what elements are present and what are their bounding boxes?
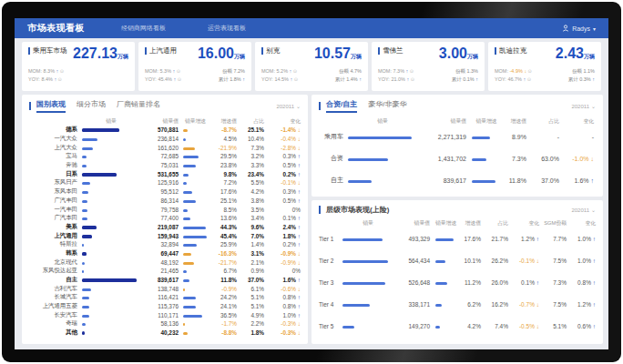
table-row: 东风悦达起亚21,4656.7%0.9%0% (29, 267, 301, 276)
col-share: 占比 (481, 219, 508, 228)
table-row: Tier 1493,32917.6%21.7%1.2% ↑7.7%1.0% ↑ (319, 228, 596, 249)
accent-bar (319, 102, 321, 110)
info-icon: ⊙ (176, 76, 181, 82)
info-icon: ⊙ (175, 68, 180, 74)
up-arrow-icon: ↑ (296, 241, 301, 248)
table-row: 其他40,232-8.8%1.8%-0.3% ↓ (29, 329, 301, 338)
down-arrow-icon: ↓ (296, 320, 301, 327)
kpi-card: 别克10.57万辆MOM: 5.2% ↑ ⊙YOY: 14.5% ↑ ⊙份额 4… (255, 42, 368, 91)
down-arrow-icon: ↓ (296, 145, 301, 151)
down-arrow-icon: ↓ (296, 126, 301, 133)
info-icon: ⊙ (56, 76, 62, 82)
date-selector[interactable]: 202011 ⌄ (571, 103, 596, 109)
info-icon: ⊙ (58, 68, 64, 74)
up-arrow-icon: ↑ (358, 76, 362, 82)
joint-table-body: 乘用车2,271,3198.9%--合资1,431,7027.3%63.0%-1… (319, 126, 596, 191)
tab-country-performance[interactable]: 国别表现 (36, 99, 66, 113)
table-row: 奔驰75,03123.8%3.3%0.5% ↑ (29, 161, 301, 170)
chevron-down-icon: ▾ (593, 25, 596, 32)
tier-market-panel: 层级市场表现(上险) 202011 ⌄ 销量 销量值 销量增速 增速值 占比 变… (312, 200, 603, 344)
col-change: 变化 (508, 219, 539, 228)
table-row: 长城汽车116,42124.2%5.1%0.8% ↑ (29, 293, 301, 302)
country-table-body: 德系570,881-8.7%25.1%-1.4% ↓一汽大众236,8144.5… (29, 126, 301, 338)
table-row: 东风本田95,51217.6%4.2%0.3% ↑ (29, 187, 301, 197)
table-row: 广汽本田77,40013.6%3.4%0.1% ↑ (29, 214, 301, 223)
table-header: 销量 销量值 销量增速 增速值 占比 变化 (29, 116, 301, 126)
col-sgm-share: SGM份额 (539, 219, 567, 228)
tier-table-body: Tier 1493,32917.6%21.7%1.2% ↑7.7%1.0% ↑T… (319, 228, 596, 337)
user-name: Radys (572, 25, 590, 32)
info-icon: ⊙ (526, 76, 531, 82)
kpi-value: 227.13万辆 (73, 46, 128, 61)
nav-item-operations[interactable]: 运营表现看板 (208, 24, 246, 33)
tab-manufacturer-ranking[interactable]: 厂商销量排名 (117, 99, 160, 113)
down-arrow-icon: ↓ (296, 286, 301, 292)
col-sales-value: 销量值 (140, 117, 179, 126)
tab-segment-market[interactable]: 细分市场 (77, 99, 106, 113)
table-row: 自主839,61711.8%37.0%1.6% ↑ (319, 169, 596, 191)
nav-item-dealer-network[interactable]: 经销商网络看板 (121, 24, 166, 33)
kpi-card: 乘用车市场227.13万辆MOM: 8.3% ↑ ⊙YOY: 8.4% ↑ ⊙ (22, 42, 135, 91)
up-arrow-icon: ↑ (296, 153, 301, 159)
date-value: 202011 (571, 104, 589, 109)
accent-bar (29, 102, 31, 110)
up-arrow-icon: ↑ (296, 162, 301, 168)
table-row: 德系570,881-8.7%25.1%-1.4% ↓ (29, 126, 301, 135)
col-growth: 销量增速 (179, 117, 208, 126)
date-selector[interactable]: 202011 ⌄ (571, 207, 596, 213)
table-row: 乘用车2,271,3198.9%-- (319, 126, 596, 147)
tab-luxury[interactable]: 豪华/非豪华 (368, 99, 406, 113)
main-content: 国别表现 细分市场 厂商销量排名 202011 ⌄ 销量 销量值 销量增速 增速… (22, 95, 601, 344)
kpi-value: 3.00万辆 (439, 46, 478, 61)
col-change: 变化 (559, 117, 594, 126)
up-arrow-icon: ↑ (296, 233, 301, 239)
table-row: 东风日产125,9167.2%5.5%-0.1% ↓ (29, 178, 301, 187)
col-share: 占比 (526, 117, 559, 126)
col-share: 占比 (237, 117, 264, 126)
up-arrow-icon: ↑ (591, 76, 595, 82)
up-arrow-icon: ↑ (591, 301, 596, 308)
table-row: 上汽大众161,620-21.9%7.3%-2.8% ↓ (29, 143, 301, 152)
table-row: Tier 5149,2704.2%7.4%-0.5% ↓5.1%0.6% ↑ (319, 315, 596, 337)
info-icon: ⊙ (408, 68, 414, 74)
table-row: 一汽丰田79,7588.5%3.5%0% (29, 205, 301, 214)
up-arrow-icon: ↑ (589, 177, 594, 184)
up-arrow-icon: ↑ (296, 171, 301, 177)
up-arrow-icon: ↑ (591, 323, 596, 329)
user-menu[interactable]: Radys ▾ (562, 25, 596, 32)
col-sales-value: 销量值 (417, 117, 466, 126)
kpi-card: 雪佛兰3.00万辆MOM: 7.3% ↑ ⊙YOY: 21.0% ↑ ⊙份额 1… (372, 42, 485, 91)
down-arrow-icon: ↓ (296, 259, 301, 266)
kpi-title: 凯迪拉克 (495, 46, 526, 56)
table-row: 特斯拉32,89425.9%1.4%0.2% ↑ (29, 240, 301, 249)
up-arrow-icon: ↑ (475, 76, 478, 82)
up-arrow-icon: ↑ (296, 224, 301, 230)
table-row: 日系531,6559.8%23.4%0.2% ↑ (29, 169, 301, 178)
tab-joint-domestic[interactable]: 合资/自主 (326, 99, 357, 113)
table-row: 广汽丰田86,31425.1%3.8%0.5% ↑ (29, 197, 301, 206)
table-row: 宝马72,68529.5%3.2%0.3% ↑ (29, 152, 301, 161)
up-arrow-icon: ↑ (591, 258, 596, 264)
table-row: Tier 3526,64811.2%26.0%0.1% ↑7.3%0.8% ↑ (319, 271, 596, 293)
table-row: 上汽通用五菱115,37624.1%5.1%0.8% ↑ (29, 302, 301, 311)
col-sales-value: 销量值 (393, 219, 430, 228)
up-arrow-icon: ↑ (296, 188, 301, 195)
up-arrow-icon: ↑ (296, 303, 301, 309)
accent-bar (495, 47, 496, 55)
table-row: 美系219,08744.3%9.6%2.4% ↑ (29, 223, 301, 232)
user-icon (562, 25, 569, 32)
up-arrow-icon: ↑ (591, 236, 596, 242)
date-selector[interactable]: 202011 ⌄ (276, 103, 301, 109)
table-row: 长安汽车110,17136.5%4.9%1.0% ↑ (29, 310, 301, 319)
info-icon: ⊙ (409, 76, 414, 82)
accent-bar (28, 47, 30, 55)
accent-bar (145, 47, 147, 55)
chevron-down-icon: ⌄ (296, 103, 301, 109)
kpi-title: 上汽通用 (145, 46, 177, 56)
up-arrow-icon: ↑ (296, 294, 301, 300)
joint-vs-domestic-panel: 合资/自主 豪华/非豪华 202011 ⌄ 销量 销量值 销量增速 增速值 占比… (312, 95, 603, 197)
down-arrow-icon: ↓ (296, 329, 301, 336)
kpi-title: 别克 (261, 46, 280, 56)
accent-bar (261, 47, 263, 55)
info-icon: ⊙ (526, 68, 532, 74)
